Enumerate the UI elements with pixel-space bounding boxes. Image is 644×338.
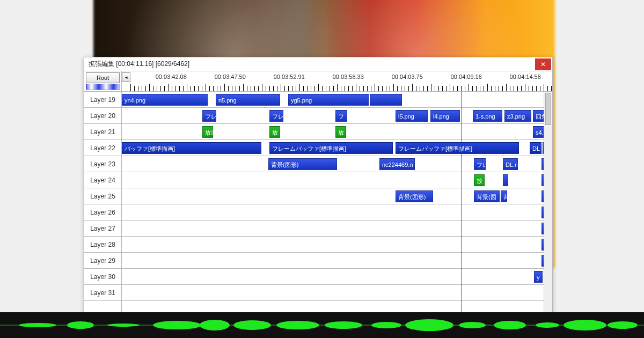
- timeline-clip[interactable]: 背景(図: [474, 190, 500, 202]
- timeline-clip[interactable]: フレームバッファ[標準描画]: [269, 142, 393, 154]
- track-row[interactable]: yn4.pngn5.pngyg5.png: [122, 92, 552, 108]
- svg-point-12: [494, 321, 526, 329]
- track-row[interactable]: y四角: [122, 269, 552, 285]
- window-title: 拡張編集 [00:04:11.16] [6029/6462]: [89, 60, 189, 69]
- root-button-label: Root: [97, 75, 109, 81]
- close-icon: ✕: [540, 61, 546, 68]
- layer-header[interactable]: Layer 23: [84, 156, 121, 172]
- timeline-clip[interactable]: 放射: [202, 126, 213, 138]
- timeline-clip[interactable]: 背: [501, 190, 507, 202]
- layer-header[interactable]: Layer 20: [84, 108, 121, 124]
- timeline-clip[interactable]: フ: [335, 110, 347, 122]
- svg-point-5: [200, 320, 230, 330]
- layer-header[interactable]: Layer 21: [84, 124, 121, 140]
- timeline-clip[interactable]: nc224469.n: [379, 158, 415, 170]
- svg-point-1: [19, 323, 56, 327]
- timeline-clip[interactable]: 放: [474, 174, 485, 186]
- ruler-time-label: 00:03:47.50: [215, 74, 246, 80]
- layer-header[interactable]: Layer 31: [84, 285, 121, 301]
- layer-header-column: Layer 19Layer 20Layer 21Layer 22Layer 23…: [84, 92, 122, 314]
- svg-point-3: [107, 324, 140, 327]
- mini-preview[interactable]: [86, 84, 120, 90]
- svg-point-8: [325, 321, 362, 329]
- layer-header[interactable]: Layer 25: [84, 188, 121, 204]
- tracks-area[interactable]: yn4.pngn5.pngyg5.pngフレフレフl5.pngl4.png1-s…: [122, 92, 552, 314]
- layer-header[interactable]: Layer 22: [84, 140, 121, 156]
- track-row[interactable]: j4.: [122, 221, 552, 237]
- timeline-clip[interactable]: 放: [335, 126, 346, 138]
- layer-header[interactable]: Layer 27: [84, 221, 121, 237]
- timeline-clip[interactable]: DL: [530, 142, 541, 154]
- timeline-clip[interactable]: 放: [269, 126, 280, 138]
- track-row[interactable]: a3: [122, 237, 552, 253]
- svg-point-15: [608, 321, 638, 329]
- track-row[interactable]: [122, 285, 552, 301]
- timeline-clip[interactable]: フレ: [202, 110, 216, 122]
- time-ruler[interactable]: 00:03:42.0800:03:47.5000:03:52.9100:03:5…: [130, 71, 552, 91]
- audio-waveform[interactable]: [0, 312, 644, 338]
- timeline-clip[interactable]: バッファ[標準描画]: [122, 142, 261, 154]
- track-row[interactable]: 放n2.p: [122, 172, 552, 188]
- timeline-clip[interactable]: フレ: [474, 158, 486, 170]
- timeline-clip[interactable]: 1-s.png: [473, 110, 502, 122]
- track-row[interactable]: l1: [122, 253, 552, 269]
- timeline-clip[interactable]: フレ: [269, 110, 283, 122]
- track-row[interactable]: フレフレフl5.pngl4.png1-s.pngz3.png四角形: [122, 108, 552, 124]
- svg-point-2: [67, 321, 94, 329]
- ruler-time-label: 00:04:09.16: [451, 74, 482, 80]
- track-row[interactable]: バッファ[標準描画]フレームバッファ[標準描画]フレームバッファ[標準描画]DL…: [122, 140, 552, 156]
- svg-point-13: [536, 322, 559, 328]
- timeline-body: Layer 19Layer 20Layer 21Layer 22Layer 23…: [84, 92, 552, 314]
- ruler-time-label: 00:03:42.08: [156, 74, 187, 80]
- close-button[interactable]: ✕: [535, 58, 551, 70]
- titlebar[interactable]: 拡張編集 [00:04:11.16] [6029/6462] ✕: [84, 57, 552, 71]
- scroll-left-button[interactable]: ◂: [122, 72, 130, 82]
- svg-point-6: [233, 320, 271, 330]
- svg-point-7: [276, 321, 319, 329]
- vertical-scrollbar[interactable]: [544, 92, 552, 314]
- scrollbar-thumb[interactable]: [545, 93, 551, 125]
- arrow-left-icon: ◂: [125, 75, 128, 80]
- layer-header[interactable]: Layer 29: [84, 253, 121, 269]
- timeline-clip[interactable]: DL.n: [503, 158, 518, 170]
- timeline-clip[interactable]: 背景(図形): [396, 190, 433, 202]
- layer-header[interactable]: Layer 24: [84, 172, 121, 188]
- timeline-clip[interactable]: フレームバッファ[標準描画]: [396, 142, 519, 154]
- ruler-time-label: 00:03:58.33: [333, 74, 364, 80]
- ruler-time-label: 00:04:14.58: [510, 74, 541, 80]
- svg-point-4: [153, 321, 201, 329]
- layer-header[interactable]: Layer 28: [84, 237, 121, 253]
- timeline-clip[interactable]: [370, 94, 402, 106]
- ruler-time-label: 00:04:03.75: [392, 74, 423, 80]
- layer-header[interactable]: Layer 19: [84, 92, 121, 108]
- ruler-ticks: [130, 86, 552, 91]
- svg-point-9: [371, 322, 401, 328]
- timeline-clip[interactable]: 背景(図形): [268, 158, 337, 170]
- layer-header[interactable]: Layer 26: [84, 204, 121, 221]
- ruler-row: Root ◂ 00:03:42.0800:03:47.5000:03:52.91…: [84, 71, 552, 92]
- track-row[interactable]: 背景(図形)nc224469.nフレDL.nb4.p: [122, 156, 552, 172]
- track-row[interactable]: l2.p: [122, 204, 552, 221]
- timeline-window: 拡張編集 [00:04:11.16] [6029/6462] ✕ Root ◂ …: [84, 57, 553, 314]
- ruler-time-label: 00:03:52.91: [274, 74, 305, 80]
- svg-point-10: [405, 319, 453, 331]
- timeline-clip[interactable]: y: [534, 271, 543, 283]
- track-row[interactable]: 放射放放s4.pn: [122, 124, 552, 140]
- timeline-clip[interactable]: yg5.png: [288, 94, 369, 106]
- timeline-clip[interactable]: l5.png: [396, 110, 428, 122]
- timeline-clip[interactable]: [503, 174, 508, 186]
- track-row[interactable]: 背景(図形)背景(図背yg4: [122, 188, 552, 204]
- svg-point-14: [564, 320, 606, 330]
- timeline-clip[interactable]: yn4.png: [122, 94, 208, 106]
- root-button[interactable]: Root: [86, 72, 120, 83]
- layer-header[interactable]: Layer 30: [84, 269, 121, 285]
- timeline-clip[interactable]: l4.png: [430, 110, 460, 122]
- timeline-clip[interactable]: z3.png: [504, 110, 531, 122]
- timeline-clip[interactable]: n5.png: [216, 94, 280, 106]
- svg-point-11: [459, 322, 486, 328]
